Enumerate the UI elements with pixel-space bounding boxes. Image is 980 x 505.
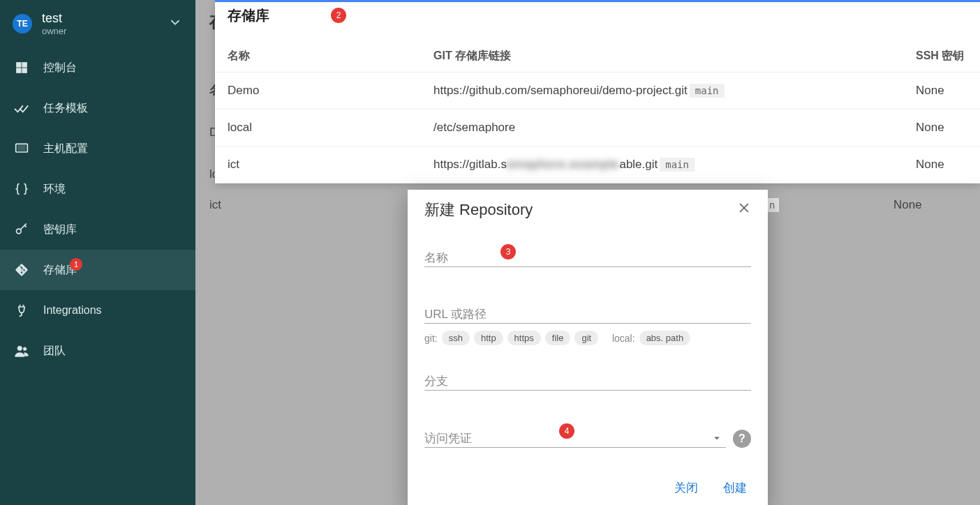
bg-row-ict: ict [209,198,221,212]
name-field: 名称 3 [424,250,751,267]
hint-tag-file: file [545,331,571,345]
hint-tag-https: https [507,331,541,345]
table-row[interactable]: ict https://gitlab.semaphore.exampleable… [215,146,980,183]
step-marker-1: 1 [70,258,82,271]
check-all-icon [14,100,29,116]
sidebar-item-keystore[interactable]: 密钥库 [0,209,195,250]
close-button[interactable] [737,201,751,219]
branch-input[interactable] [424,373,751,391]
sidebar: TE test owner 控制台 任务模板 主机配置 环境 密钥库 存储库 1… [0,0,195,505]
hint-tag-http: http [474,331,503,345]
svg-point-10 [23,347,27,351]
sidebar-item-templates[interactable]: 任务模板 [0,88,195,128]
plug-icon [14,303,29,318]
cell-link: /etc/semaphore [421,110,903,146]
project-info: test owner [42,11,168,36]
cell-link: https://github.com/semaphoreui/demo-proj… [421,73,903,110]
svg-point-9 [17,346,22,350]
popup-title: 存储库 [215,2,980,28]
bg-name: ict [209,198,221,212]
dialog-actions: 关闭 创建 [424,480,751,496]
cell-link: https://gitlab.semaphore.exampleable.git… [421,146,903,183]
dashboard-icon [14,60,29,75]
branch-tag: main [690,84,725,98]
repositories-popup: 存储库 2 名称 GIT 存储库链接 SSH 密钥 Demo https://g… [215,0,980,183]
create-button[interactable]: 创建 [723,480,747,496]
git-icon [14,262,29,278]
cell-name: local [215,110,421,146]
new-repository-dialog: 新建 Repository 名称 3 URL 或路径 git: ssh http… [408,190,768,505]
url-input[interactable] [424,306,751,324]
table-row[interactable]: Demo https://github.com/semaphoreui/demo… [215,73,980,110]
redacted-text: emaphore.example [507,158,620,172]
url-field: URL 或路径 [424,306,751,324]
cell-ssh: None [903,73,980,110]
sidebar-item-label: 主机配置 [43,142,88,156]
sidebar-item-repositories[interactable]: 存储库 1 [0,250,195,290]
svg-point-6 [17,229,22,234]
sidebar-item-label: 密钥库 [43,223,77,237]
sidebar-item-dashboard[interactable]: 控制台 [0,47,195,88]
cell-ssh: None [903,146,980,183]
credential-field: 访问凭证 4 ? [424,430,751,448]
help-icon[interactable]: ? [733,430,751,448]
sidebar-item-label: 环境 [43,182,66,197]
hint-git-label: git: [424,333,438,344]
name-input[interactable] [424,250,751,267]
svg-line-8 [24,225,26,227]
svg-rect-1 [22,63,27,68]
repositories-table: 名称 GIT 存储库链接 SSH 密钥 Demo https://github.… [215,40,980,183]
team-icon [14,343,29,359]
th-name[interactable]: 名称 [215,40,421,73]
hint-tag-git: git [574,331,598,345]
avatar: TE [13,14,32,33]
sidebar-item-team[interactable]: 团队 [0,331,195,371]
branch-tag: main [660,158,695,172]
cell-ssh: None [903,110,980,146]
step-marker-4: 4 [559,423,574,439]
step-marker-3: 3 [500,244,516,259]
sidebar-item-inventory[interactable]: 主机配置 [0,128,195,169]
close-icon [737,201,751,215]
braces-icon [14,181,29,197]
chevron-down-icon [168,15,183,33]
cell-name: ict [215,146,421,183]
bg-ssh: None [893,198,922,212]
dialog-title: 新建 Repository [424,199,533,220]
cell-name: Demo [215,73,421,110]
hint-local-label: local: [612,333,635,344]
table-row[interactable]: local /etc/semaphore None [215,110,980,146]
credential-select[interactable] [424,430,726,448]
sidebar-item-label: Integrations [43,304,102,317]
sidebar-item-integrations[interactable]: Integrations [0,290,195,331]
sidebar-item-label: 任务模板 [43,101,88,116]
sidebar-item-environment[interactable]: 环境 [0,169,195,209]
th-link[interactable]: GIT 存储库链接 [421,40,903,73]
project-role: owner [42,26,168,36]
sidebar-item-label: 团队 [43,344,66,359]
branch-field: 分支 [424,373,751,391]
hint-tag-abspath: abs. path [639,331,691,345]
url-hints: git: ssh http https file git local: abs.… [424,331,751,345]
project-selector[interactable]: TE test owner [0,0,195,47]
svg-rect-3 [22,68,27,73]
sidebar-item-label: 控制台 [43,61,77,75]
project-name: test [42,11,168,26]
step-marker-2: 2 [331,8,346,23]
th-ssh[interactable]: SSH 密钥 [903,40,980,73]
close-action-button[interactable]: 关闭 [674,480,698,496]
svg-rect-5 [18,146,25,151]
key-icon [14,222,29,237]
svg-rect-2 [17,68,22,73]
monitor-icon [14,141,29,156]
hint-tag-ssh: ssh [442,331,470,345]
svg-rect-0 [17,63,22,68]
